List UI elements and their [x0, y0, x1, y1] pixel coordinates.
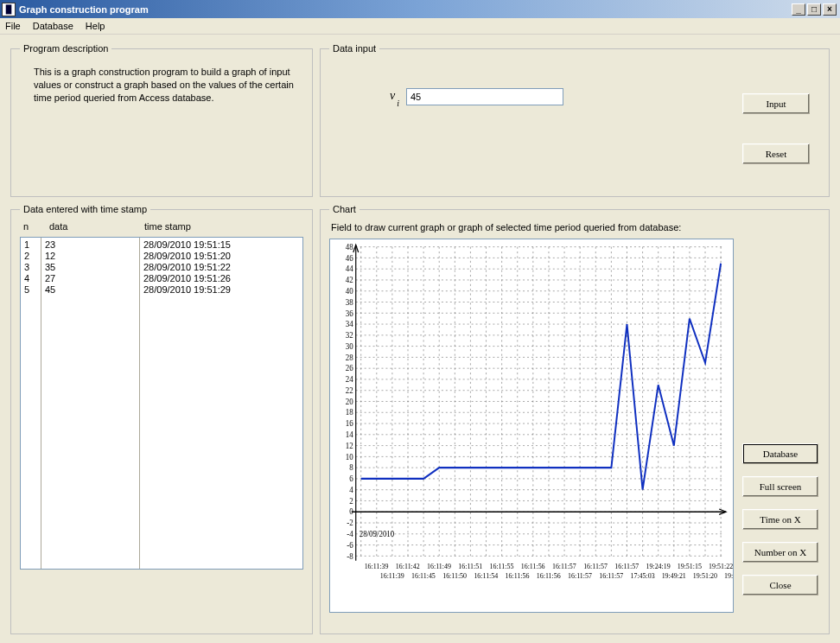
svg-text:19:51:20: 19:51:20	[693, 572, 717, 580]
cell-n: 1	[21, 239, 41, 251]
svg-text:42: 42	[346, 276, 353, 284]
database-button[interactable]: Database	[742, 443, 818, 464]
program-description-text: This is a graph construction program to …	[20, 60, 303, 105]
chart-group: Chart Field to draw current graph or gra…	[320, 204, 830, 634]
menu-file[interactable]: File	[5, 21, 21, 31]
chart-canvas: -8-6-4-202468101214161820222426283032343…	[329, 239, 734, 613]
svg-text:32: 32	[346, 331, 353, 340]
svg-text:30: 30	[346, 342, 353, 351]
svg-text:16:11:56: 16:11:56	[506, 572, 530, 580]
svg-text:-4: -4	[347, 530, 353, 538]
number-on-x-button[interactable]: Number on X	[742, 542, 818, 563]
svg-text:19:51:15: 19:51:15	[678, 563, 702, 570]
svg-text:28/09/2010: 28/09/2010	[360, 530, 395, 538]
cell-time: 28/09/2010 19:51:22	[140, 262, 302, 273]
data-entered-group: Data entered with time stamp n data time…	[10, 204, 313, 634]
svg-text:16:11:45: 16:11:45	[411, 572, 436, 580]
fullscreen-button[interactable]: Full screen	[742, 476, 818, 497]
menu-bar: File Database Help	[0, 18, 840, 35]
col-header-n: n	[23, 221, 49, 232]
svg-text:46: 46	[346, 254, 353, 263]
svg-text:16:11:57: 16:11:57	[568, 572, 592, 580]
svg-text:19:24:19: 19:24:19	[646, 563, 671, 570]
svg-text:16:11:57: 16:11:57	[583, 563, 608, 570]
data-entered-legend: Data entered with time stamp	[20, 204, 150, 214]
cell-n: 2	[21, 251, 41, 262]
col-header-time: time stamp	[144, 221, 303, 232]
svg-text:4: 4	[349, 486, 353, 494]
svg-text:16:11:57: 16:11:57	[552, 563, 576, 570]
title-bar: ▉ Graph construction program _ □ ×	[0, 0, 840, 18]
svg-text:38: 38	[346, 298, 353, 307]
svg-text:-8: -8	[347, 552, 353, 561]
svg-text:16:11:51: 16:11:51	[458, 563, 482, 570]
svg-text:19:51:22: 19:51:22	[724, 572, 733, 580]
cell-data: 35	[41, 262, 139, 273]
svg-text:16:11:56: 16:11:56	[537, 572, 561, 580]
data-list[interactable]: 12345 2312352745 28/09/2010 19:51:1528/0…	[20, 237, 303, 570]
reset-button[interactable]: Reset	[742, 143, 810, 164]
svg-text:36: 36	[346, 309, 353, 317]
svg-text:19:51:22: 19:51:22	[709, 563, 733, 570]
menu-database[interactable]: Database	[33, 21, 73, 31]
svg-text:22: 22	[346, 386, 353, 395]
minimize-button[interactable]: _	[792, 3, 805, 16]
svg-text:8: 8	[349, 463, 353, 472]
col-header-data: data	[49, 221, 144, 232]
svg-text:17:45:03: 17:45:03	[630, 572, 654, 580]
time-on-x-button[interactable]: Time on X	[742, 509, 818, 530]
data-input-legend: Data input	[329, 43, 379, 54]
svg-text:16:11:55: 16:11:55	[490, 563, 514, 570]
cell-n: 5	[21, 284, 41, 296]
svg-text:14: 14	[346, 430, 353, 439]
svg-text:34: 34	[346, 320, 353, 328]
svg-text:12: 12	[346, 442, 353, 450]
svg-text:44: 44	[346, 264, 353, 273]
svg-text:48: 48	[346, 243, 353, 251]
close-window-button[interactable]: ×	[823, 3, 837, 16]
svg-text:40: 40	[346, 287, 353, 296]
svg-text:16:11:39: 16:11:39	[365, 563, 389, 570]
cell-time: 28/09/2010 19:51:26	[140, 273, 302, 284]
svg-text:28: 28	[346, 353, 353, 362]
cell-time: 28/09/2010 19:51:15	[140, 239, 302, 251]
svg-text:10: 10	[346, 453, 353, 462]
svg-text:16:11:56: 16:11:56	[521, 563, 545, 570]
svg-text:26: 26	[346, 364, 353, 372]
close-button[interactable]: Close	[742, 575, 818, 595]
cell-time: 28/09/2010 19:51:20	[140, 251, 302, 262]
svg-text:24: 24	[346, 375, 353, 384]
svg-text:16:11:42: 16:11:42	[396, 563, 420, 570]
cell-data: 12	[41, 251, 139, 262]
svg-text:16:11:39: 16:11:39	[380, 572, 404, 580]
svg-text:19:49:21: 19:49:21	[662, 572, 686, 580]
svg-text:-2: -2	[347, 519, 353, 527]
cell-data: 27	[41, 273, 139, 284]
svg-text:18: 18	[346, 408, 353, 417]
input-button[interactable]: Input	[742, 93, 810, 114]
svg-text:-6: -6	[347, 541, 353, 550]
svg-text:20: 20	[346, 398, 353, 406]
chart-legend: Chart	[329, 204, 360, 214]
cell-data: 23	[41, 239, 139, 251]
maximize-button[interactable]: □	[807, 3, 821, 16]
input-label-vi: vi	[390, 89, 398, 105]
program-description-group: Program description This is a graph cons…	[10, 43, 313, 197]
svg-text:16:11:57: 16:11:57	[599, 572, 623, 580]
cell-data: 45	[41, 284, 139, 296]
menu-help[interactable]: Help	[86, 21, 105, 31]
data-input-group: Data input vi Input Reset	[320, 43, 830, 197]
cell-n: 4	[21, 273, 41, 284]
svg-text:6: 6	[349, 474, 353, 483]
svg-text:16:11:54: 16:11:54	[474, 572, 498, 580]
app-icon: ▉	[2, 3, 16, 16]
chart-description: Field to draw current graph or graph of …	[331, 221, 820, 233]
svg-text:16: 16	[346, 419, 353, 428]
svg-text:16:11:50: 16:11:50	[442, 572, 467, 580]
window-title: Graph construction program	[19, 4, 792, 15]
value-input[interactable]	[406, 88, 563, 105]
program-description-legend: Program description	[20, 43, 111, 54]
svg-text:16:11:57: 16:11:57	[614, 563, 639, 570]
svg-text:16:11:49: 16:11:49	[427, 563, 451, 570]
svg-text:2: 2	[349, 497, 353, 506]
